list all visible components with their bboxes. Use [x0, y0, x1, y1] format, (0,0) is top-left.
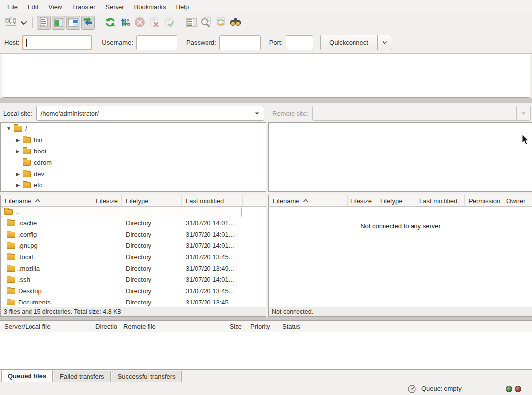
column-header-owner[interactable]: Owner: [502, 195, 532, 206]
file-row[interactable]: .gnupg Directory 31/07/20 14:01...: [1, 240, 266, 251]
quickconnect-dropdown[interactable]: [378, 35, 392, 50]
local-rows: .. .cache Directory 31/07/20 14:01... .c…: [1, 207, 266, 308]
site-manager-dropdown[interactable]: [19, 16, 29, 30]
disconnect-button[interactable]: [148, 16, 161, 30]
file-row[interactable]: .mozilla Directory 31/07/20 13:49...: [1, 263, 266, 274]
local-site-dropdown[interactable]: [250, 106, 264, 120]
reconnect-button[interactable]: [162, 16, 176, 30]
column-header-priority[interactable]: Priority: [246, 321, 278, 332]
tree-item-root[interactable]: ▼ /: [1, 123, 266, 134]
column-header-size[interactable]: Size: [207, 321, 246, 332]
column-header-status[interactable]: Status: [278, 321, 352, 332]
file-row[interactable]: .local Directory 31/07/20 13:45...: [1, 251, 266, 263]
password-input[interactable]: [219, 35, 261, 50]
toggle-remote-tree-button[interactable]: [66, 16, 80, 30]
tab-queued-files[interactable]: Queued files: [1, 370, 53, 382]
column-header-filesize[interactable]: Filesize: [93, 195, 122, 206]
toolbar-separator: [99, 17, 99, 28]
message-log[interactable]: [2, 54, 530, 98]
folder-icon: [7, 243, 15, 249]
menu-help[interactable]: Help: [171, 1, 194, 13]
directory-comparison-button[interactable]: [199, 16, 213, 30]
folder-icon: [7, 220, 15, 226]
expander-closed-icon[interactable]: ▶: [15, 171, 21, 177]
column-header-filetype[interactable]: Filetype: [376, 195, 415, 206]
tree-item-dev[interactable]: ▶ dev: [1, 168, 266, 180]
chevron-down-icon: [521, 112, 526, 115]
remote-site-dropdown: [516, 106, 530, 120]
find-files-button[interactable]: [229, 16, 242, 30]
username-input[interactable]: [136, 35, 177, 50]
led-green-indicator: [506, 386, 512, 392]
tree-item-label: cdrom: [34, 159, 52, 166]
chevron-down-icon: [254, 112, 260, 115]
reconnect-icon: [163, 16, 175, 30]
local-site-combo[interactable]: /home/administrator/: [36, 106, 264, 121]
queue-header: Server/Local file Directio Remote file S…: [0, 321, 532, 332]
file-row[interactable]: .config Directory 31/07/20 14:01...: [1, 229, 266, 240]
tab-failed-transfers[interactable]: Failed transfers: [54, 371, 111, 382]
file-type: Directory: [122, 219, 182, 227]
tab-successful-transfers[interactable]: Successful transfers: [112, 371, 182, 382]
toggle-remote-tree-icon: [68, 17, 79, 29]
file-name: ..: [16, 209, 19, 216]
tree-item-boot[interactable]: ▶ boot: [1, 146, 266, 157]
menu-view[interactable]: View: [43, 1, 67, 13]
toggle-transfer-queue-button[interactable]: [81, 16, 95, 30]
process-queue-button[interactable]: [118, 16, 132, 30]
column-header-filename[interactable]: Filename: [269, 195, 348, 206]
column-header-server-local-file[interactable]: Server/Local file: [0, 321, 91, 332]
folder-icon: [4, 209, 13, 215]
horizontal-splitter[interactable]: [0, 317, 532, 320]
menu-transfer[interactable]: Transfer: [67, 1, 100, 13]
file-row-parent[interactable]: ..: [2, 207, 242, 217]
expander-closed-icon[interactable]: ▶: [15, 149, 21, 154]
expander-closed-icon[interactable]: ▶: [15, 182, 21, 188]
file-modified: 31/07/20 14:01...: [182, 219, 243, 227]
tree-item-label: bin: [34, 136, 42, 144]
filter-button[interactable]: [184, 16, 198, 30]
synchronized-browsing-button[interactable]: [214, 16, 228, 30]
column-header-filesize[interactable]: Filesize: [348, 195, 376, 206]
quickconnect-button[interactable]: Quickconnect: [320, 35, 378, 50]
file-row[interactable]: Documents Directory 31/07/20 13:45...: [1, 297, 266, 308]
toggle-message-log-button[interactable]: [37, 16, 51, 30]
file-type: Directory: [122, 299, 182, 306]
menu-server[interactable]: Server: [100, 1, 129, 13]
column-header-direction[interactable]: Directio: [91, 321, 119, 332]
tree-item-bin[interactable]: ▶ bin: [1, 134, 266, 146]
horizontal-splitter[interactable]: [0, 98, 532, 103]
folder-icon: [7, 232, 15, 238]
file-name: .ssh: [18, 276, 30, 283]
speed-limit-gauge-icon[interactable]: [408, 385, 416, 395]
column-header-permission[interactable]: Permission: [465, 195, 502, 206]
refresh-button[interactable]: [103, 16, 117, 30]
file-modified: 31/07/20 13:45...: [182, 287, 243, 295]
column-header-remote-file[interactable]: Remote file: [119, 321, 207, 332]
file-row[interactable]: Desktop Directory 31/07/20 13:45...: [1, 285, 266, 297]
column-header-filetype[interactable]: Filetype: [122, 195, 182, 206]
column-header-last-modified[interactable]: Last modified: [415, 195, 465, 206]
cancel-button[interactable]: [133, 16, 147, 30]
chevron-down-icon: [20, 19, 27, 27]
port-input[interactable]: [286, 35, 313, 50]
file-row[interactable]: .cache Directory 31/07/20 14:01...: [1, 217, 266, 229]
tree-item-etc[interactable]: ▶ etc: [1, 180, 266, 191]
tree-item-cdrom[interactable]: cdrom: [1, 157, 266, 168]
column-header-last-modified[interactable]: Last modified: [182, 195, 243, 206]
expander-open-icon[interactable]: ▼: [6, 126, 12, 131]
toggle-local-tree-button[interactable]: [52, 16, 65, 30]
transfer-queue-pane: Server/Local file Directio Remote file S…: [0, 320, 532, 370]
site-manager-button[interactable]: [4, 16, 18, 30]
menu-edit[interactable]: Edit: [23, 1, 43, 13]
find-files-icon: [229, 17, 242, 29]
remote-list-status: Not connected.: [269, 307, 532, 316]
menu-file[interactable]: File: [2, 1, 23, 13]
expander-closed-icon[interactable]: ▶: [15, 137, 21, 143]
file-row[interactable]: .ssh Directory 31/07/20 14:01...: [1, 274, 266, 285]
column-header-filename[interactable]: Filename: [1, 195, 93, 206]
menu-bookmarks[interactable]: Bookmarks: [129, 1, 171, 13]
host-input[interactable]: [22, 35, 92, 50]
toolbar-separator: [32, 17, 33, 28]
file-modified: 31/07/20 14:01...: [182, 242, 243, 249]
